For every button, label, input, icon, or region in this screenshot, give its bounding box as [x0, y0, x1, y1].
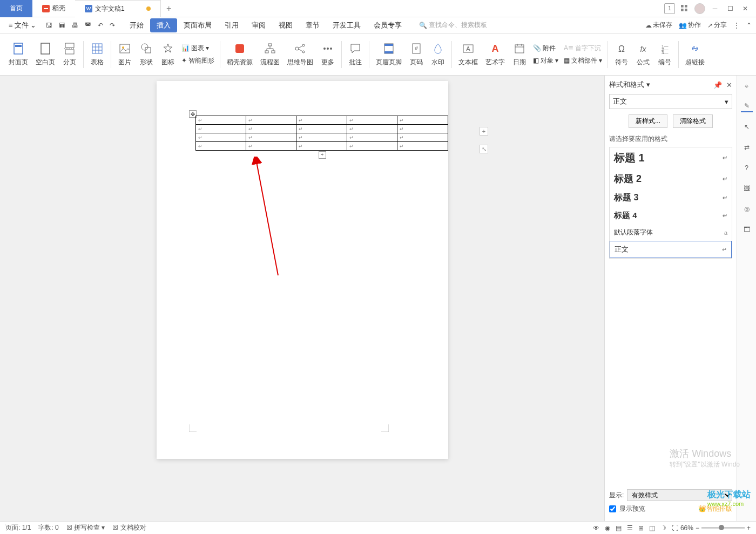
pin-icon[interactable]: 📌: [713, 81, 722, 89]
textbox-button[interactable]: A文本框: [455, 40, 481, 68]
save-as-icon[interactable]: 🖬: [59, 22, 65, 29]
more-button[interactable]: 更多: [318, 40, 338, 68]
zoom-in[interactable]: +: [747, 524, 751, 532]
page-break-button[interactable]: 分页: [59, 40, 80, 68]
headerfooter-button[interactable]: 页眉页脚: [373, 40, 405, 68]
flowchart-button[interactable]: 流程图: [257, 40, 283, 68]
table-row[interactable]: ↵↵↵↵↵: [195, 133, 448, 142]
redo-icon[interactable]: ↷: [110, 22, 115, 29]
new-style-button[interactable]: 新样式...: [629, 114, 667, 128]
equation-button[interactable]: fx公式: [633, 40, 653, 68]
chart-button[interactable]: 📊图表▾: [179, 43, 217, 54]
spellcheck-button[interactable]: ☒ 拼写检查 ▾: [66, 523, 105, 532]
print-icon[interactable]: 🖶: [72, 22, 78, 29]
chevron-down-icon[interactable]: ▾: [646, 80, 650, 89]
file-menu[interactable]: ≡ 文件 ⌄: [4, 21, 40, 30]
unsaved-button[interactable]: ☁未保存: [645, 21, 672, 30]
maximize-button[interactable]: ☐: [725, 3, 735, 14]
menu-tab-insert[interactable]: 插入: [150, 18, 177, 32]
menu-tab-devtools[interactable]: 开发工具: [326, 18, 367, 32]
tab-home[interactable]: 首页: [0, 0, 32, 17]
menu-tab-start[interactable]: 开始: [123, 18, 150, 32]
blank-page-button[interactable]: 空白页: [32, 40, 58, 68]
pagenum-button[interactable]: #页码: [406, 40, 427, 68]
zoom-out[interactable]: −: [696, 524, 699, 532]
zoom-slider[interactable]: [701, 527, 745, 529]
shape-button[interactable]: 形状: [136, 40, 157, 68]
table-expand-button[interactable]: ⤡: [480, 145, 488, 153]
tab-docer[interactable]: 稻壳: [32, 0, 75, 17]
mindmap-button[interactable]: 思维导图: [284, 40, 316, 68]
preview-checkbox[interactable]: [609, 505, 616, 512]
share-button[interactable]: ↗分享: [707, 21, 727, 30]
sidebar-location-icon[interactable]: ◎: [741, 203, 753, 215]
sidebar-clip-icon[interactable]: 🖼: [741, 182, 753, 194]
word-count[interactable]: 字数: 0: [38, 523, 58, 532]
page-indicator[interactable]: 页面: 1/1: [5, 523, 31, 532]
view-outline-icon[interactable]: ☰: [627, 524, 633, 532]
attachment-button[interactable]: 📎附件: [531, 43, 561, 54]
sidebar-ai-icon[interactable]: ⟐: [741, 80, 753, 92]
tab-document[interactable]: W 文字文稿1: [75, 0, 161, 17]
proofread-button[interactable]: ☒ 文档校对: [112, 523, 146, 532]
apps-icon[interactable]: [679, 3, 690, 14]
menu-tab-member[interactable]: 会员专享: [367, 18, 408, 32]
object-button[interactable]: ◧对象▾: [531, 55, 561, 66]
sidebar-style-icon[interactable]: ✎: [741, 100, 753, 112]
menu-tab-references[interactable]: 引用: [218, 18, 245, 32]
docparts-button[interactable]: ▦文档部件▾: [562, 55, 604, 66]
collapse-ribbon[interactable]: ⌃: [746, 22, 752, 29]
tab-add[interactable]: +: [161, 4, 177, 13]
print-preview-icon[interactable]: ◚: [85, 22, 91, 29]
close-button[interactable]: ✕: [740, 3, 751, 14]
menu-tab-review[interactable]: 审阅: [245, 18, 272, 32]
collab-button[interactable]: 👥协作: [679, 21, 701, 30]
close-pane-icon[interactable]: ✕: [726, 81, 732, 89]
window-badge[interactable]: 1: [664, 3, 675, 14]
more-menu[interactable]: ⋮: [733, 22, 740, 29]
sidebar-tool-icon[interactable]: 🗔: [741, 224, 753, 235]
view-read-icon[interactable]: ◫: [649, 524, 655, 532]
dropcap-button[interactable]: A≣首字下沉: [562, 43, 604, 54]
sidebar-help-icon[interactable]: ?: [741, 162, 753, 174]
table-button[interactable]: 表格: [87, 40, 107, 68]
view-page-icon[interactable]: ▤: [616, 524, 622, 532]
style-item-body[interactable]: 正文↵: [610, 241, 732, 258]
menu-tab-section[interactable]: 章节: [299, 18, 326, 32]
docer-resource-button[interactable]: 稻壳资源: [224, 40, 256, 68]
comment-button[interactable]: 批注: [345, 40, 366, 68]
undo-icon[interactable]: ↶: [98, 22, 103, 29]
night-mode-icon[interactable]: ☽: [660, 524, 666, 532]
symbol-button[interactable]: Ω符号: [611, 40, 632, 68]
table-row[interactable]: ↵↵↵↵↵: [195, 116, 448, 125]
style-item-h3[interactable]: 标题 3↵: [610, 189, 732, 207]
table-add-col-button[interactable]: +: [480, 127, 488, 136]
wordart-button[interactable]: A艺术字: [482, 40, 508, 68]
focus-mode-icon[interactable]: ◉: [605, 524, 610, 532]
watermark-button[interactable]: 水印: [428, 40, 448, 68]
table-row[interactable]: ↵↵↵↵↵: [195, 142, 448, 151]
table-add-row[interactable]: +: [319, 151, 326, 159]
current-style-select[interactable]: 正文 ▾: [609, 94, 732, 109]
cover-page-button[interactable]: 封面页: [5, 40, 31, 68]
sidebar-select-icon[interactable]: ↖: [741, 121, 753, 133]
style-item-default-font[interactable]: 默认段落字体a: [610, 225, 732, 241]
clear-format-button[interactable]: 清除格式: [673, 114, 713, 128]
icon-button[interactable]: 图标: [158, 40, 178, 68]
smartart-button[interactable]: ✦智能图形: [179, 55, 217, 66]
eye-icon[interactable]: 👁: [593, 524, 599, 532]
avatar-icon[interactable]: [694, 3, 705, 14]
number-button[interactable]: 1—2—3—编号: [654, 40, 675, 68]
view-web-icon[interactable]: ⊞: [638, 524, 644, 532]
picture-button[interactable]: 图片: [114, 40, 135, 68]
zoom-value[interactable]: 66%: [680, 524, 693, 532]
style-item-h4[interactable]: 标题 4↵: [610, 207, 732, 225]
style-item-h2[interactable]: 标题 2↵: [610, 169, 732, 189]
minimize-button[interactable]: ─: [710, 3, 720, 14]
hyperlink-button[interactable]: 超链接: [682, 40, 708, 68]
save-icon[interactable]: 🖫: [46, 22, 52, 29]
document-area[interactable]: ✥ ↵↵↵↵↵ ↵↵↵↵↵ ↵↵↵↵↵ ↵↵↵↵↵ + + ⤡: [0, 76, 604, 521]
document-table[interactable]: ↵↵↵↵↵ ↵↵↵↵↵ ↵↵↵↵↵ ↵↵↵↵↵: [195, 116, 448, 151]
fit-icon[interactable]: ⛶: [672, 524, 678, 532]
table-row[interactable]: ↵↵↵↵↵: [195, 125, 448, 133]
